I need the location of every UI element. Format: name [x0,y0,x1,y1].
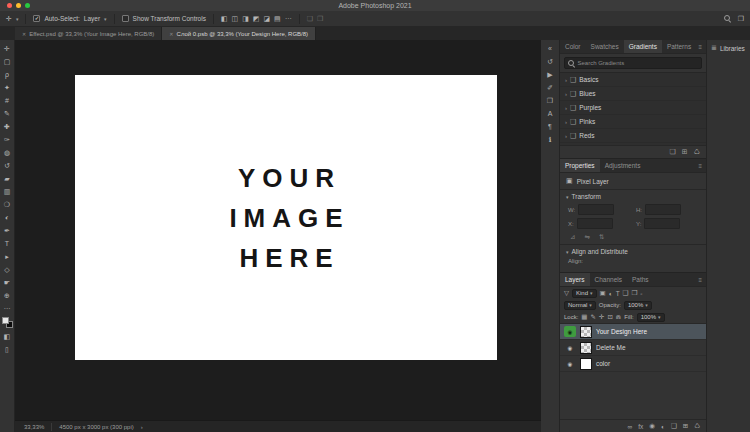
align-right-icon[interactable]: ◨ [242,15,249,23]
collapse-panels-icon[interactable]: « [541,42,559,55]
new-gradient-icon[interactable]: ⊞ [682,148,688,156]
type-tool[interactable]: T [0,237,14,250]
zoom-level[interactable]: 33,33% [24,424,44,430]
tab-paths[interactable]: Paths [627,273,654,286]
hand-tool[interactable]: ☛ [0,276,14,289]
filter-shape-icon[interactable]: ❑ [623,289,629,297]
opacity-dropdown[interactable]: 100% ▾ [624,301,652,310]
tab-channels[interactable]: Channels [590,273,627,286]
lasso-tool[interactable]: ρ [0,68,14,81]
chevron-right-icon[interactable]: › [565,91,567,97]
clone-stamp-tool[interactable]: ◍ [0,146,14,159]
more-align-options-icon[interactable]: ⋯ [285,15,292,23]
minimize-window-button[interactable] [16,3,21,8]
panel-menu-icon[interactable]: ≡ [698,44,702,50]
layer-thumbnail[interactable] [580,358,592,370]
chevron-right-icon[interactable]: › [565,77,567,83]
visibility-eye-icon[interactable]: ◉ [564,358,576,369]
zoom-window-button[interactable] [25,3,30,8]
flip-horizontal-icon[interactable]: ⇋ [584,233,589,241]
chevron-right-icon[interactable]: › [565,105,567,111]
shape-tool[interactable]: ◇ [0,263,14,276]
tab-layers[interactable]: Layers [560,273,590,286]
section-caret-icon[interactable]: ▾ [566,249,569,255]
height-input[interactable] [645,204,681,215]
document-tab-sloy0[interactable]: ✕ Слой 0.psb @ 33,3% (Your Design Here, … [162,27,316,40]
auto-select-value[interactable]: Layer [84,15,100,22]
kind-dropdown[interactable]: Kind ▾ [572,289,597,298]
chevron-right-icon[interactable]: › [565,119,567,125]
tab-swatches[interactable]: Swatches [586,40,624,53]
brushes-panel-icon[interactable]: ✐ [541,81,559,94]
visibility-eye-icon[interactable]: ◉ [564,342,576,353]
eyedropper-tool[interactable]: ✎ [0,107,14,120]
transform-section-header[interactable]: ▾ Transform [560,189,706,202]
angle-icon[interactable]: ⊿ [570,233,575,241]
layer-style-icon[interactable]: fx [638,423,643,430]
new-group-icon[interactable]: ❑ [671,422,677,430]
adjustment-layer-icon[interactable]: ◐ [661,423,665,430]
tab-properties[interactable]: Properties [560,159,600,172]
zoom-tool[interactable]: ⊕ [0,289,14,302]
blend-mode-dropdown[interactable]: Normal ▾ [564,301,596,310]
gradient-folder-reds[interactable]: › ❑ Reds [560,129,706,143]
layer-name[interactable]: Delete Me [596,344,626,351]
move-tool[interactable]: ✛ [0,42,14,55]
link-layers-icon[interactable]: ∞ [628,423,633,430]
new-group-icon[interactable]: ❏ [670,148,676,156]
gradient-folder-basics[interactable]: › ❑ Basics [560,73,706,87]
foreground-color[interactable] [2,317,9,324]
filter-type-icon[interactable]: T [616,290,620,297]
delete-icon[interactable]: ♺ [694,148,700,156]
tab-adjustments[interactable]: Adjustments [600,159,646,172]
gradient-folder-pinks[interactable]: › ❑ Pinks [560,115,706,129]
close-window-button[interactable] [7,3,12,8]
magic-wand-tool[interactable]: ✦ [0,81,14,94]
filter-toggle-icon[interactable]: ◦ [640,290,642,297]
align-section-header[interactable]: ▾ Align and Distribute [560,244,706,257]
width-field[interactable]: W: [568,204,630,215]
filter-adjustment-icon[interactable]: ◐ [609,290,613,297]
blur-tool[interactable]: ❍ [0,198,14,211]
pen-tool[interactable]: ✒ [0,224,14,237]
close-tab-icon[interactable]: ✕ [22,31,26,37]
status-chevron-icon[interactable]: › [141,424,143,430]
eraser-tool[interactable]: ▰ [0,172,14,185]
layer-row-delete-me[interactable]: ◉ Delete Me [560,340,706,356]
quick-mask-icon[interactable]: ◧ [0,330,14,343]
canvas-area[interactable]: YOUR IMAGE HERE [15,40,541,420]
marquee-tool[interactable]: ▢ [0,55,14,68]
filter-pixel-icon[interactable]: ▣ [600,289,606,297]
tab-patterns[interactable]: Patterns [662,40,696,53]
y-input[interactable] [644,218,680,229]
actions-panel-icon[interactable]: ▶ [541,68,559,81]
add-mask-icon[interactable]: ◉ [649,422,655,430]
gradient-search-box[interactable] [564,57,702,69]
show-transform-checkbox[interactable] [122,15,129,22]
history-brush-tool[interactable]: ↺ [0,159,14,172]
x-input[interactable] [577,218,613,229]
lock-artboard-icon[interactable]: ⊡ [607,313,612,321]
edit-toolbar-icon[interactable]: ⋯ [0,302,14,315]
screen-mode-icon[interactable]: ▯ [0,343,14,356]
close-tab-icon[interactable]: ✕ [169,31,173,37]
section-caret-icon[interactable]: ▾ [566,194,569,200]
lock-pixels-icon[interactable]: ✎ [591,313,596,321]
gradient-folder-blues[interactable]: › ❑ Blues [560,87,706,101]
paragraph-panel-icon[interactable]: ¶ [541,120,559,133]
panel-menu-icon[interactable]: ≡ [698,163,702,169]
document-canvas[interactable]: YOUR IMAGE HERE [75,75,497,360]
lock-position-icon[interactable]: ✛ [599,313,604,321]
dodge-tool[interactable]: ◐ [0,211,14,224]
workspace-switcher-icon[interactable]: ❐ [738,15,744,23]
layer-thumbnail[interactable] [580,326,592,338]
layer-row-your-design-here[interactable]: ◉ Your Design Here [560,324,706,340]
x-field[interactable]: X: [568,218,630,229]
tab-color[interactable]: Color [560,40,586,53]
align-top-icon[interactable]: ◩ [253,15,260,23]
lock-all-icon[interactable]: ⋒ [616,313,621,321]
new-layer-icon[interactable]: ⊞ [683,422,688,430]
delete-layer-icon[interactable]: ♺ [694,422,700,430]
align-bottom-icon[interactable]: ▤ [274,15,281,23]
libraries-header[interactable]: ≣ Libraries [707,40,750,56]
